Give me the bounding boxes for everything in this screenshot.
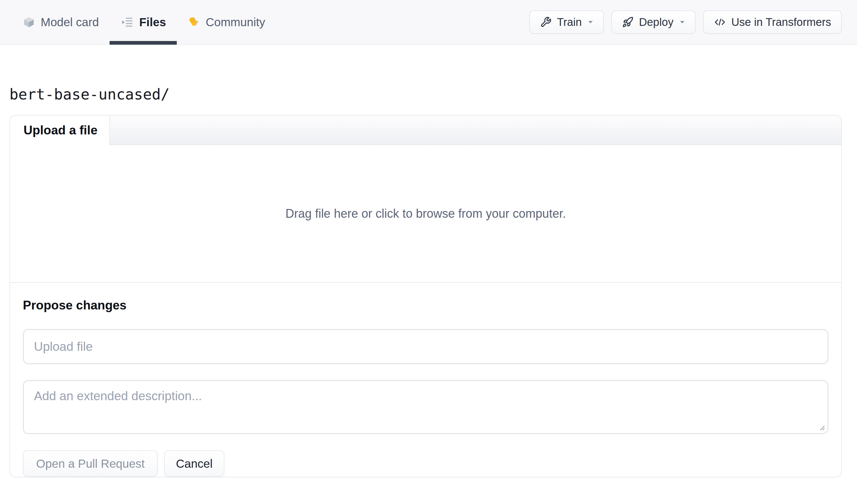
code-icon	[714, 16, 726, 28]
tab-community-label: Community	[206, 15, 265, 29]
extended-description-textarea[interactable]	[23, 380, 828, 434]
tab-files-label: Files	[139, 15, 166, 29]
active-tab-underline	[110, 41, 177, 45]
tabbar-filler	[110, 116, 841, 145]
tab-files[interactable]: Files	[110, 0, 177, 44]
dropzone-hint-text: Drag file here or click to browse from y…	[285, 207, 566, 221]
cancel-button[interactable]: Cancel	[164, 450, 224, 477]
train-button-label: Train	[557, 16, 582, 29]
deploy-button[interactable]: Deploy	[611, 11, 696, 34]
tab-community[interactable]: Community	[177, 0, 276, 44]
tab-model-card-label: Model card	[41, 15, 99, 29]
breadcrumb[interactable]: bert-base-uncased/	[10, 84, 857, 104]
file-versions-icon	[120, 15, 134, 29]
file-dropzone[interactable]: Drag file here or click to browse from y…	[10, 145, 841, 283]
tab-model-card[interactable]: Model card	[12, 0, 110, 44]
open-pull-request-label: Open a Pull Request	[36, 457, 145, 470]
propose-changes-heading: Propose changes	[23, 298, 828, 313]
waving-hand-icon	[187, 16, 200, 29]
upload-panel: Upload a file Drag file here or click to…	[10, 115, 842, 477]
description-field-wrap	[23, 380, 828, 434]
propose-actions-row: Open a Pull Request Cancel	[23, 450, 828, 477]
rocket-icon	[622, 16, 634, 28]
tab-upload-a-file[interactable]: Upload a file	[10, 116, 110, 145]
use-in-transformers-label: Use in Transformers	[731, 16, 831, 29]
upload-panel-tabbar: Upload a file	[10, 116, 841, 145]
caret-down-icon	[679, 20, 685, 24]
caret-down-icon	[588, 20, 593, 24]
cancel-label: Cancel	[176, 457, 213, 470]
open-pull-request-button[interactable]: Open a Pull Request	[23, 450, 158, 477]
wrench-icon	[540, 16, 552, 28]
upload-file-input[interactable]	[23, 329, 828, 364]
repo-nav: Model card Files Commun	[0, 0, 857, 45]
cube-icon	[22, 16, 35, 29]
repo-action-buttons: Train Deploy	[529, 0, 842, 44]
deploy-button-label: Deploy	[639, 16, 673, 29]
propose-changes-section: Propose changes Open a Pull Request Canc…	[10, 298, 841, 477]
use-in-transformers-button[interactable]: Use in Transformers	[703, 11, 842, 34]
train-button[interactable]: Train	[529, 11, 604, 34]
